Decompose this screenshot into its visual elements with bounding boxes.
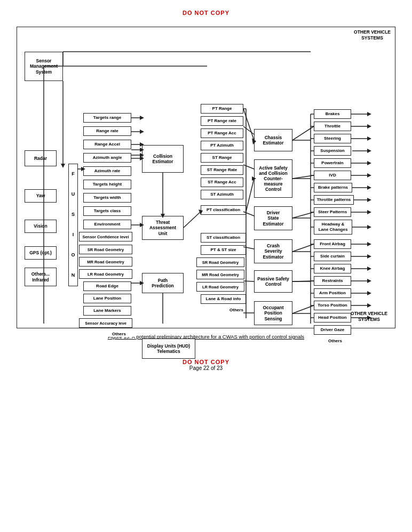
arm-position-box: Arm Position: [314, 288, 351, 298]
svg-line-107: [243, 165, 254, 169]
steer-patterns-box: Steer Patterns: [314, 207, 351, 217]
throttle-patterns-box: Throttle patterns: [314, 195, 354, 205]
svg-marker-25: [367, 267, 371, 271]
pt-range-rate-box: PT Range rate: [201, 116, 243, 126]
brakes-box: Brakes: [314, 109, 351, 119]
passive-safety-box: Passive SafetyControl: [254, 270, 292, 293]
throttle-box: Throttle: [314, 122, 351, 131]
lane-road-info-box: Lane & Road info: [201, 294, 246, 304]
radar-box: Radar: [25, 150, 57, 166]
svg-marker-27: [367, 279, 371, 283]
diagram-container: OTHER VEHICLE SYSTEMS SensorManagementSy…: [17, 27, 395, 328]
targets-range-box: Targets range: [83, 113, 131, 123]
knee-airbag-box: Knee Airbag: [314, 264, 351, 273]
svg-marker-19: [367, 225, 371, 229]
display-hud-box: Display Units (HUD)Telematics: [142, 338, 195, 359]
mr-road-geom-box: MR Road Geometry: [196, 270, 244, 279]
st-range-acc-box: ST Range Acc: [201, 178, 243, 187]
diagram-inner: SensorManagementSystem Radar Yaw Vision …: [20, 46, 392, 324]
svg-marker-31: [367, 303, 371, 308]
fusion-u: U: [72, 191, 75, 198]
svg-line-64: [292, 281, 314, 281]
others-right-label: Others: [322, 338, 348, 344]
lr-road-geom-box: LR Road Geometry: [196, 282, 244, 292]
svg-marker-11: [367, 173, 371, 178]
headway-box: Headway &Lane Changes: [314, 220, 352, 235]
fusion-s: S: [72, 212, 75, 218]
mr-road-box: MR Road Geometry: [79, 257, 132, 267]
sr-road-box: SR Road Geometry: [79, 245, 132, 254]
fusion-n: N: [72, 272, 75, 279]
svg-line-56: [243, 109, 254, 140]
svg-marker-15: [367, 198, 371, 202]
azimuth-rate-box: Azimuth rate: [83, 166, 131, 176]
environment-box: Environment: [83, 220, 131, 229]
st-classification-box: ST classification: [201, 233, 246, 243]
svg-marker-1: [367, 112, 371, 116]
lr-road-box: LR Road Geometry: [79, 269, 132, 279]
active-safety-box: Active Safetyand CollisionCounter-measur…: [254, 159, 292, 198]
driver-gaze-box: Driver Gaze: [314, 325, 351, 335]
svg-marker-17: [367, 210, 371, 214]
range-accel-box: Range Accel: [83, 140, 131, 149]
svg-line-58: [246, 179, 254, 212]
svg-marker-13: [367, 186, 371, 190]
other-vehicle-top: OTHER VEHICLE SYSTEMS: [354, 29, 391, 41]
chassis-estimator-box: ChassisEstimator: [254, 129, 292, 151]
svg-line-110: [243, 281, 254, 281]
brake-patterns-box: Brake patterns: [314, 183, 352, 192]
driver-state-box: DriverStateEstimator: [254, 206, 292, 230]
pt-azimuth-box: PT Azimuth: [201, 141, 243, 150]
collision-estimator-box: CollisionEstimator: [142, 145, 184, 173]
other-vehicle-bottom: OTHER VEHICLE SYSTEMS: [351, 311, 387, 323]
lane-position-box: Lane Position: [83, 294, 131, 303]
pt-st-size-box: PT & ST size: [201, 245, 246, 255]
sensor-accuracy-box: Sensor Accuracy leve: [79, 318, 132, 328]
yaw-box: Yaw: [25, 189, 57, 203]
others-mid-label: Others: [220, 308, 252, 313]
targets-height-box: Targets height: [83, 180, 131, 189]
footer-do-not-copy: DO NOT COPY: [0, 359, 412, 365]
restraints-box: Restraints: [314, 276, 351, 286]
range-rate-box: Range rate: [83, 126, 131, 136]
svg-marker-9: [367, 161, 371, 165]
sr-road-geom-box: SR Road Geometry: [196, 257, 244, 267]
lane-markers-box: Lane Markers: [83, 306, 131, 316]
svg-line-106: [243, 126, 254, 134]
pt-range-acc-box: PT Range Acc: [201, 128, 243, 138]
fusion-col: F U S I O N: [68, 164, 78, 286]
others-infrared-box: Others...Infrared: [25, 268, 57, 286]
svg-marker-92: [140, 116, 144, 120]
side-curtain-box: Side curtain: [314, 252, 351, 261]
threat-assessment-box: ThreatAssessmentUnit: [142, 216, 184, 240]
page-footer: DO NOT COPY Page 22 of 23: [0, 343, 412, 376]
pt-range-box: PT Range: [201, 104, 243, 114]
svg-line-62: [292, 212, 314, 218]
steering-box: Steering: [314, 134, 351, 143]
st-azimuth-box: ST Azimuth: [201, 190, 243, 199]
svg-line-61: [292, 175, 314, 179]
path-prediction-box: PathPrediction: [142, 273, 184, 293]
svg-marker-21: [367, 242, 371, 246]
svg-marker-40: [61, 164, 65, 168]
torso-position-box: Torso Position: [314, 301, 351, 310]
svg-line-65: [292, 305, 314, 313]
st-range-rate-box: ST Range Rate: [201, 165, 243, 175]
front-airbag-box: Front Airbag: [314, 239, 351, 249]
svg-line-60: [292, 126, 314, 140]
footer-page-number: Page 22 of 23: [0, 365, 412, 371]
azimuth-angle-box: Azimuth angle: [83, 153, 131, 163]
vision-box: Vision: [25, 220, 57, 233]
head-position-box: Head Position: [314, 313, 351, 323]
road-edge-box: Road Edge: [83, 281, 131, 291]
occupant-position-box: OccupantPositionSensing: [254, 301, 292, 325]
sensor-confidence-box: Sensor Confidence level: [79, 232, 132, 241]
crash-severity-box: CrashSeverityEstimator: [254, 239, 292, 263]
powertrain-box: Powertrain: [314, 158, 351, 168]
svg-marker-46: [140, 130, 144, 134]
ivd-box: IVD: [314, 171, 351, 180]
fusion-i: I: [73, 232, 74, 238]
page-header: DO NOT COPY: [0, 0, 412, 21]
fusion-f: F: [72, 171, 75, 178]
svg-marker-3: [367, 124, 371, 128]
